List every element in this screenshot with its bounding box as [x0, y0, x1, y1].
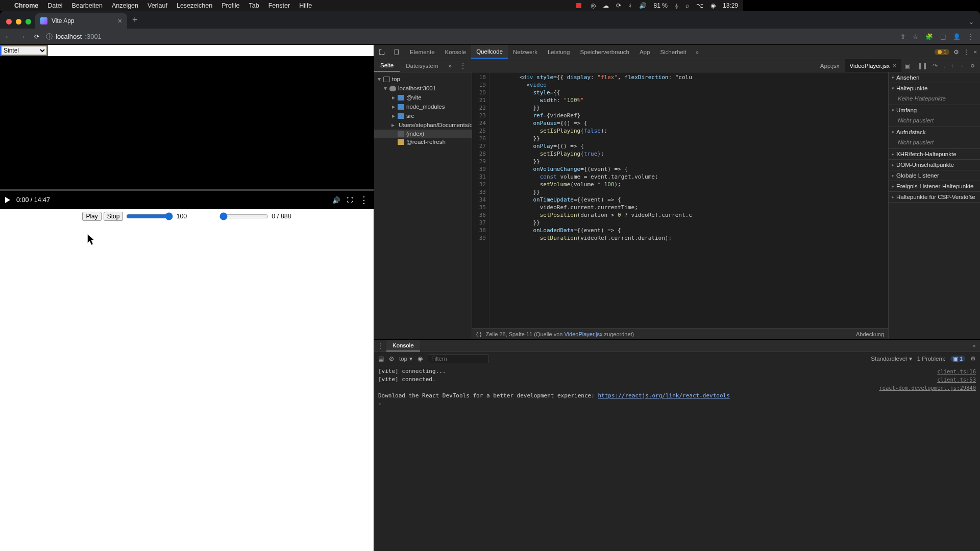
devtools-tab-console[interactable]: Konsole [440, 45, 472, 59]
control-center-icon[interactable]: ⌥ [696, 2, 703, 9]
react-devtools-link[interactable]: https://reactjs.org/link/react-devtools [598, 392, 729, 399]
tab-title: Vite App [52, 17, 74, 24]
tree-vite[interactable]: @vite [406, 94, 422, 101]
cursor-icon [87, 234, 96, 246]
native-fullscreen-button[interactable]: ⛶ [347, 196, 353, 204]
devtools-tab-security[interactable]: Sicherheit [655, 45, 691, 59]
volume-slider[interactable] [126, 212, 173, 220]
siri-icon[interactable]: ◉ [710, 2, 716, 9]
play-button[interactable]: Play [82, 212, 101, 221]
stop-button[interactable]: Stop [104, 212, 124, 221]
status-icon[interactable]: ⟳ [616, 2, 621, 9]
devtools-tab-memory[interactable]: Speicherverbrauch [575, 45, 634, 59]
sources-subtabs-overflow[interactable]: » [445, 59, 456, 72]
tree-index[interactable]: (index) [406, 131, 424, 137]
console-sidebar-button[interactable]: ▤ [378, 355, 384, 362]
tree-host[interactable]: localhost:3001 [398, 85, 436, 91]
video-time-label: 0:00 / 14:47 [16, 196, 50, 204]
bluetooth-icon[interactable]: ᚼ [628, 2, 632, 9]
menu-item[interactable]: Verlauf [148, 2, 167, 9]
sources-subtabs-menu[interactable]: ⋮ [456, 59, 470, 72]
menu-item[interactable]: Datei [47, 2, 62, 9]
volume-icon[interactable]: 🔊 [639, 2, 647, 9]
menu-item[interactable]: Bearbeiten [71, 2, 102, 9]
sources-subtab-filesystem[interactable]: Dateisystem [400, 59, 444, 72]
console-clear-button[interactable]: ⊘ [389, 355, 394, 362]
native-video-controls: 0:00 / 14:47 🔊 ⛶ ⋮ [0, 191, 374, 209]
tree-node-modules[interactable]: node_modules [406, 104, 445, 110]
wifi-icon[interactable]: ⏚ [675, 2, 678, 9]
menu-item[interactable]: Fenster [268, 2, 290, 9]
reload-button[interactable]: ⟳ [32, 32, 42, 42]
native-mute-button[interactable]: 🔊 [332, 196, 340, 204]
video-select[interactable]: Sintel [1, 46, 47, 55]
tree-react-refresh[interactable]: @react-refresh [406, 139, 446, 145]
devtools-tab-sources[interactable]: Quellcode [471, 45, 508, 59]
sources-file-tree[interactable]: ▾top ▾localhost:3001 ▸@vite ▸node_module… [374, 72, 472, 339]
volume-value: 100 [176, 213, 187, 220]
app-name[interactable]: Chrome [14, 2, 38, 9]
status-source-link[interactable]: VideoPlayer.jsx [565, 331, 603, 337]
macos-status-icons: ◎ ☁︎ ⟳ ᚼ 🔊 81 % ⏚ ⌕ ⌥ ◉ 13:29 [576, 2, 738, 9]
position-value: 0 / 888 [272, 213, 291, 220]
status-icon[interactable]: ◎ [591, 2, 596, 9]
maximize-window-button[interactable] [26, 19, 31, 24]
custom-controls-row: Play Stop 100 0 / 888 [0, 209, 374, 221]
menu-item[interactable]: Tab [249, 2, 259, 9]
minimize-window-button[interactable] [16, 19, 21, 24]
devtools-tabs-overflow[interactable]: » [692, 49, 703, 55]
forward-button[interactable]: → [17, 32, 28, 42]
status-icon[interactable]: ☁︎ [603, 2, 609, 9]
native-video-menu-button[interactable]: ⋮ [359, 195, 369, 205]
console-output[interactable]: [vite] connecting...client.ts:16 [vite] … [374, 365, 743, 416]
macos-menubar: Chrome Datei Bearbeiten Anzeigen Verlauf… [0, 0, 743, 11]
sources-editor: 1819202122232425262728293031323334353637… [472, 72, 743, 339]
code-area[interactable]: <div style={{ display: "flex", flexDirec… [489, 72, 743, 328]
code-gutter[interactable]: 1819202122232425262728293031323334353637… [472, 72, 489, 328]
page-viewport: Sintel 0:00 / 14:47 🔊 ⛶ ⋮ Play Stop 100 [0, 45, 374, 416]
tree-src[interactable]: src [406, 113, 414, 119]
drawer-menu-button[interactable]: ⋮ [374, 342, 386, 349]
clock[interactable]: 13:29 [723, 2, 738, 9]
url-port: :3001 [85, 33, 102, 40]
menu-item[interactable]: Lesezeichen [177, 2, 212, 9]
chrome-toolbar: ← → ⟳ ⓘ localhost:3001 ⇧ ☆ 🧩 ◫ 👤 ⋮ [0, 29, 743, 45]
menu-item[interactable]: Profile [222, 2, 239, 9]
video-player[interactable]: 0:00 / 14:47 🔊 ⛶ ⋮ [0, 56, 374, 209]
position-slider[interactable] [219, 212, 268, 220]
console-drawer: ⋮ Konsole × ▤ ⊘ top ▾ ◉ Standardlevel ▾ … [374, 339, 743, 416]
battery-label[interactable]: 81 % [654, 2, 668, 9]
menu-item[interactable]: Anzeigen [112, 2, 138, 9]
devtools-tab-network[interactable]: Netzwerk [508, 45, 543, 59]
tab-close-button[interactable]: × [118, 17, 122, 25]
console-filter-input[interactable] [428, 354, 489, 363]
devtools-tab-application[interactable]: App [634, 45, 655, 59]
screen-record-icon[interactable] [576, 3, 581, 8]
devtools-tab-elements[interactable]: Elemente [405, 45, 440, 59]
sources-subtabs: Seite Dateisystem » ⋮ App.jsx VideoPlaye… [374, 59, 743, 72]
back-button[interactable]: ← [3, 32, 13, 42]
site-info-icon[interactable]: ⓘ [46, 32, 53, 41]
console-context-select[interactable]: top ▾ [399, 355, 412, 362]
address-bar[interactable]: ⓘ localhost:3001 [46, 32, 362, 41]
browser-tab[interactable]: Vite App × [35, 13, 127, 29]
chrome-window: Vite App × + ⌄ ← → ⟳ ⓘ localhost:3001 ⇧ … [0, 11, 743, 416]
drawer-tab-console[interactable]: Konsole [386, 340, 420, 352]
tree-users[interactable]: Users/stephan/Documents/dev [399, 122, 472, 128]
inspect-element-button[interactable] [374, 45, 389, 59]
devtools-tabbar: Elemente Konsole Quellcode Netzwerk Leis… [374, 45, 743, 59]
menu-item[interactable]: Hilfe [299, 2, 312, 9]
close-window-button[interactable] [6, 19, 12, 24]
url-host: localhost [56, 33, 82, 40]
new-tab-button[interactable]: + [127, 15, 143, 29]
console-toolbar: ▤ ⊘ top ▾ ◉ Standardlevel ▾ 1 Problem: ▣… [374, 352, 743, 365]
native-play-button[interactable] [5, 197, 10, 203]
sources-status-bar: { } Zeile 28, Spalte 11 (Quelle von Vide… [472, 328, 743, 339]
tree-top[interactable]: top [392, 76, 400, 82]
sources-subtab-page[interactable]: Seite [374, 59, 400, 72]
device-toolbar-button[interactable] [389, 45, 405, 59]
chrome-tabstrip: Vite App × + ⌄ [0, 11, 743, 29]
console-live-expression-button[interactable]: ◉ [418, 355, 423, 362]
search-icon[interactable]: ⌕ [685, 2, 689, 9]
devtools-tab-performance[interactable]: Leistung [543, 45, 575, 59]
